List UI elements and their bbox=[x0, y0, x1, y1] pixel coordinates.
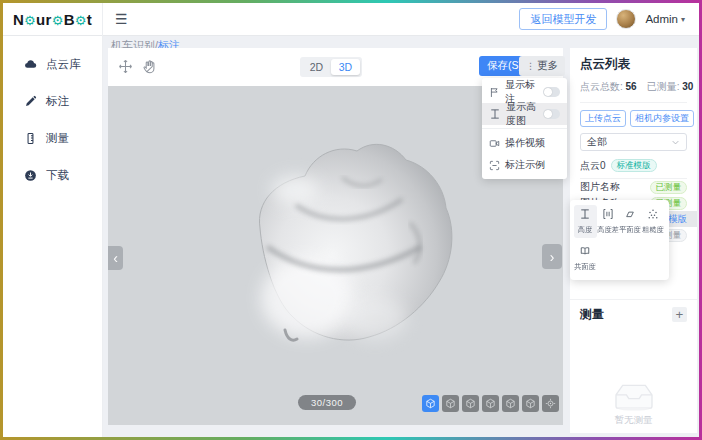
empty-box-icon bbox=[611, 375, 657, 411]
tooth-3d-model[interactable] bbox=[223, 126, 467, 370]
panel-stats: 点云总数: 56已测量: 30 bbox=[580, 80, 687, 94]
text-height-icon bbox=[489, 108, 501, 120]
chevron-down-icon bbox=[671, 138, 680, 147]
view-back-button[interactable] bbox=[462, 395, 479, 412]
top-bar-right: 返回模型开发 Admin ▾ bbox=[519, 8, 699, 30]
sidebar-item-measure[interactable]: 测量 bbox=[3, 120, 102, 157]
tool-height-diff[interactable]: 高度差 bbox=[597, 205, 620, 238]
user-menu[interactable]: Admin ▾ bbox=[645, 13, 685, 25]
template-tag: 标准模版 bbox=[611, 159, 657, 172]
template-name: 点云0 bbox=[580, 159, 606, 173]
filter-value: 全部 bbox=[587, 135, 607, 149]
brand-logo: N⚙ur⚙B⚙t bbox=[13, 11, 92, 28]
list-item[interactable]: 图片名称已测量 bbox=[580, 179, 687, 195]
frame-icon bbox=[489, 160, 500, 171]
hand-icon[interactable] bbox=[142, 59, 157, 74]
divider bbox=[482, 128, 567, 129]
tool-flatness[interactable]: 平面度 bbox=[619, 205, 642, 238]
upload-pointcloud-button[interactable]: 上传点云 bbox=[580, 110, 626, 127]
empty-text: 暂无测量 bbox=[615, 414, 653, 427]
avatar[interactable] bbox=[616, 9, 636, 29]
cloud-icon bbox=[24, 58, 37, 71]
workspace: 机车识别/标注 2D3D 保存(S) ⋮更多 bbox=[103, 36, 699, 437]
chevron-down-icon: ▾ bbox=[681, 15, 685, 24]
toggle-show-annotations-off[interactable] bbox=[543, 87, 560, 97]
view-mode-2d[interactable]: 2D bbox=[302, 59, 331, 75]
template-row[interactable]: 点云0 标准模版 bbox=[580, 158, 687, 173]
tool-roughness[interactable]: 粗糙度 bbox=[642, 205, 665, 238]
pen-icon bbox=[24, 95, 37, 108]
sidebar-item-pointcloud-library[interactable]: 点云库 bbox=[3, 46, 102, 83]
view-default-button[interactable] bbox=[422, 395, 439, 412]
sidebar-nav: 点云库标注测量下载 bbox=[3, 36, 103, 437]
back-to-model-dev-button[interactable]: 返回模型开发 bbox=[519, 8, 607, 30]
pointcloud-panel: 点云列表 点云总数: 56已测量: 30 上传点云相机内参设置 全部 点云0 标… bbox=[570, 48, 697, 433]
view-left-button[interactable] bbox=[482, 395, 499, 412]
empty-state: 暂无测量 bbox=[570, 375, 697, 427]
sidebar-item-label: 下载 bbox=[46, 168, 69, 183]
stat-item: 已测量: 30 bbox=[647, 80, 694, 94]
tool-label: 粗糙度 bbox=[642, 225, 664, 235]
sidebar-item-label: 点云库 bbox=[46, 57, 81, 72]
sidebar-collapse-icon[interactable]: ☰ bbox=[115, 11, 128, 27]
neurobot-app: N⚙ur⚙B⚙t ☰ 返回模型开发 Admin ▾ 点云库标注测量下载 机车识别… bbox=[3, 3, 699, 437]
coplanarity-icon bbox=[579, 245, 591, 259]
image-pager: 30/300 bbox=[298, 395, 356, 410]
more-dropdown-menu: 显示标注显示高度图操作视频标注示例 bbox=[482, 78, 567, 179]
sidebar-item-annotate[interactable]: 标注 bbox=[3, 83, 102, 120]
menu-item-label: 标注示例 bbox=[505, 158, 545, 172]
more-dots-icon: ⋮ bbox=[526, 61, 535, 71]
list-item-name: 图片名称 bbox=[580, 180, 620, 194]
video-icon bbox=[489, 138, 500, 149]
menu-item-show-height-map[interactable]: 显示高度图 bbox=[482, 103, 567, 125]
view-right-button[interactable] bbox=[502, 395, 519, 412]
logo-box: N⚙ur⚙B⚙t bbox=[3, 3, 103, 36]
move-icon[interactable] bbox=[118, 59, 133, 74]
measure-title: 测量 bbox=[580, 306, 604, 323]
view-front-button[interactable] bbox=[442, 395, 459, 412]
tool-label: 共面度 bbox=[574, 262, 596, 272]
view-cube-bar bbox=[422, 395, 559, 412]
text-height-icon bbox=[579, 208, 591, 222]
download-icon bbox=[24, 169, 37, 182]
panel-title: 点云列表 bbox=[580, 56, 687, 73]
toggle-show-height-map-off[interactable] bbox=[543, 109, 560, 119]
prev-image-button[interactable]: ‹ bbox=[108, 246, 123, 270]
tool-label: 平面度 bbox=[619, 225, 641, 235]
next-image-button[interactable]: › bbox=[542, 244, 562, 269]
divider bbox=[570, 299, 697, 300]
measure-section-header: 测量 + bbox=[580, 306, 687, 323]
view-mode-3d[interactable]: 3D bbox=[331, 59, 360, 75]
tool-coplanarity[interactable]: 共面度 bbox=[574, 242, 597, 275]
measure-tool-panel: 高度高度差平面度粗糙度共面度 bbox=[570, 200, 669, 280]
menu-item-annotation-example[interactable]: 标注示例 bbox=[482, 154, 567, 176]
tool-height[interactable]: 高度 bbox=[574, 205, 597, 238]
decorative-gradient-frame: N⚙ur⚙B⚙t ☰ 返回模型开发 Admin ▾ 点云库标注测量下载 机车识别… bbox=[0, 0, 702, 440]
add-measurement-button[interactable]: + bbox=[672, 307, 687, 322]
menu-item-label: 显示高度图 bbox=[506, 100, 538, 128]
flatness-icon bbox=[624, 208, 636, 222]
menu-item-operation-video[interactable]: 操作视频 bbox=[482, 132, 567, 154]
panel-actions: 上传点云相机内参设置 bbox=[580, 110, 687, 127]
reset-view-button[interactable] bbox=[542, 395, 559, 412]
sidebar-item-download[interactable]: 下载 bbox=[3, 157, 102, 194]
status-badge: 已测量 bbox=[650, 181, 688, 194]
more-button[interactable]: ⋮更多 bbox=[519, 56, 565, 76]
view-top-button[interactable] bbox=[522, 395, 539, 412]
camera-intrinsics-button[interactable]: 相机内参设置 bbox=[630, 110, 694, 127]
divider bbox=[580, 102, 687, 103]
tool-label: 高度差 bbox=[597, 225, 619, 235]
sidebar-item-label: 标注 bbox=[46, 94, 69, 109]
menu-item-label: 操作视频 bbox=[505, 136, 545, 150]
sidebar-item-label: 测量 bbox=[46, 131, 69, 146]
user-name: Admin bbox=[645, 13, 678, 25]
stat-item: 点云总数: 56 bbox=[580, 80, 637, 94]
top-bar: N⚙ur⚙B⚙t ☰ 返回模型开发 Admin ▾ bbox=[3, 3, 699, 36]
tool-label: 高度 bbox=[578, 225, 592, 235]
filter-select[interactable]: 全部 bbox=[580, 133, 687, 151]
height-diff-icon bbox=[602, 208, 614, 222]
ruler-icon bbox=[24, 132, 37, 145]
roughness-icon bbox=[647, 208, 659, 222]
flag-icon bbox=[489, 87, 500, 98]
plus-icon: + bbox=[676, 307, 684, 322]
